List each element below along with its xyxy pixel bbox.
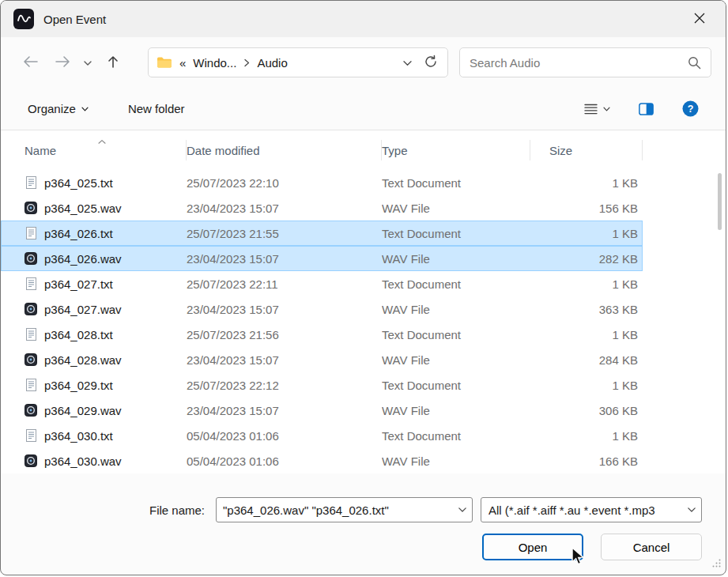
column-header-name[interactable]: Name [25, 130, 187, 170]
text-file-icon [25, 328, 37, 341]
file-type: WAV File [382, 404, 530, 417]
file-row[interactable]: p364_025.txt 25/07/2023 22:10 Text Docum… [1, 170, 643, 195]
list-view-icon [584, 104, 598, 115]
column-header-date-modified[interactable]: Date modified [187, 130, 382, 170]
close-button[interactable] [686, 6, 713, 32]
file-date: 25/07/2023 22:10 [187, 176, 382, 190]
resize-grip[interactable] [711, 557, 722, 571]
refresh-button[interactable] [419, 51, 443, 74]
file-type-select[interactable]: All (*.aif *.aiff *.au *.event *.mp3 [481, 497, 702, 522]
navigation-bar: « Windo... Audio [1, 37, 726, 88]
help-icon: ? [682, 100, 699, 117]
arrow-left-icon [23, 55, 39, 70]
title-bar: Open Event [1, 1, 726, 37]
file-name: p364_026.wav [44, 252, 122, 266]
file-type: Text Document [382, 429, 530, 443]
command-toolbar: Organize New folder [1, 88, 726, 130]
file-name-dropdown-button[interactable] [458, 507, 467, 513]
preview-pane-button[interactable] [632, 98, 660, 120]
breadcrumb-overflow[interactable]: « [179, 56, 186, 70]
organize-label: Organize [28, 102, 76, 115]
breadcrumb: « Windo... Audio [157, 56, 395, 70]
vertical-scrollbar-thumb[interactable] [718, 173, 722, 230]
file-name: p364_026.txt [44, 227, 113, 240]
toolbar-right-group: ? [578, 96, 705, 122]
refresh-icon [424, 55, 438, 71]
file-size: 1 KB [530, 429, 643, 443]
file-size: 1 KB [530, 379, 643, 392]
file-date: 25/07/2023 22:11 [187, 277, 382, 291]
file-row[interactable]: p364_027.wav 23/04/2023 15:07 WAV File 3… [1, 296, 643, 322]
file-size: 363 KB [530, 303, 643, 316]
file-name: p364_029.txt [44, 379, 113, 392]
file-row[interactable]: p364_029.txt 25/07/2023 22:12 Text Docum… [1, 372, 643, 398]
file-size: 1 KB [530, 277, 643, 291]
file-size: 306 KB [530, 404, 643, 417]
file-type: WAV File [382, 353, 530, 367]
file-list-pane: Name Date modified Type Size p364_025.tx… [1, 130, 726, 473]
file-row[interactable]: p364_025.wav 23/04/2023 15:07 WAV File 1… [1, 195, 643, 221]
text-file-icon [25, 176, 37, 189]
new-folder-button[interactable]: New folder [122, 97, 191, 120]
close-icon [694, 13, 705, 26]
file-size: 1 KB [530, 227, 643, 240]
audio-file-icon [25, 252, 37, 265]
file-name: p364_029.wav [44, 404, 122, 417]
chevron-down-icon [687, 507, 696, 513]
file-row[interactable]: p364_027.txt 25/07/2023 22:11 Text Docum… [1, 271, 643, 296]
text-file-icon [25, 429, 37, 442]
file-date: 23/04/2023 15:07 [187, 202, 382, 215]
back-button[interactable] [15, 48, 47, 77]
file-name-input[interactable] [223, 503, 458, 517]
address-dropdown-button[interactable] [395, 51, 419, 74]
arrow-right-icon [55, 55, 70, 70]
file-date: 23/04/2023 15:07 [187, 404, 382, 417]
organize-button[interactable]: Organize [21, 97, 95, 120]
file-name: p364_028.txt [44, 328, 113, 341]
up-button[interactable] [97, 48, 129, 77]
file-row[interactable]: p364_030.txt 05/04/2023 01:06 Text Docum… [1, 423, 643, 448]
file-row[interactable]: p364_030.wav 05/04/2023 01:06 WAV File 1… [1, 448, 643, 473]
open-event-dialog: Open Event [0, 0, 726, 575]
file-name: p364_030.wav [44, 454, 122, 468]
file-size: 166 KB [530, 454, 643, 468]
breadcrumb-item-parent[interactable]: Windo... [193, 56, 236, 70]
audio-file-icon [25, 353, 37, 366]
column-header-type[interactable]: Type [382, 130, 530, 170]
help-button[interactable]: ? [676, 96, 705, 122]
file-row[interactable]: p364_028.txt 25/07/2023 21:56 Text Docum… [1, 322, 643, 347]
file-size: 1 KB [530, 176, 643, 190]
file-name: p364_030.txt [44, 429, 113, 443]
folder-icon [157, 56, 172, 69]
breadcrumb-item-current[interactable]: Audio [257, 56, 287, 70]
file-row[interactable]: p364_029.wav 23/04/2023 15:07 WAV File 3… [1, 398, 643, 423]
file-size: 1 KB [530, 328, 643, 341]
audio-file-icon [25, 303, 37, 315]
arrow-up-icon [107, 55, 119, 71]
view-options-button[interactable] [578, 99, 617, 119]
file-name-label: File name: [149, 503, 205, 517]
file-type-value: All (*.aif *.aiff *.au *.event *.mp3 [488, 503, 687, 517]
svg-text:?: ? [688, 104, 694, 115]
file-name: p364_025.wav [44, 202, 122, 215]
file-row[interactable]: p364_026.txt 25/07/2023 21:55 Text Docum… [1, 221, 643, 246]
search-box [459, 47, 711, 77]
file-date: 23/04/2023 15:07 [187, 353, 382, 367]
file-row[interactable]: p364_026.wav 23/04/2023 15:07 WAV File 2… [1, 246, 643, 271]
file-date: 25/07/2023 22:12 [187, 379, 382, 392]
file-type: WAV File [382, 252, 530, 266]
file-row[interactable]: p364_028.wav 23/04/2023 15:07 WAV File 2… [1, 347, 643, 372]
recent-locations-button[interactable] [78, 48, 97, 77]
address-bar[interactable]: « Windo... Audio [148, 47, 448, 77]
chevron-down-icon [458, 507, 467, 513]
cancel-button[interactable]: Cancel [601, 534, 702, 560]
open-button[interactable]: Open [482, 534, 583, 560]
file-type: Text Document [382, 328, 530, 341]
file-date: 05/04/2023 01:06 [187, 454, 382, 468]
column-header-size[interactable]: Size [530, 130, 643, 170]
search-input[interactable] [470, 56, 688, 70]
forward-button[interactable] [47, 48, 78, 77]
file-size: 156 KB [530, 202, 643, 215]
window-title: Open Event [43, 13, 106, 26]
file-type: WAV File [382, 303, 530, 316]
